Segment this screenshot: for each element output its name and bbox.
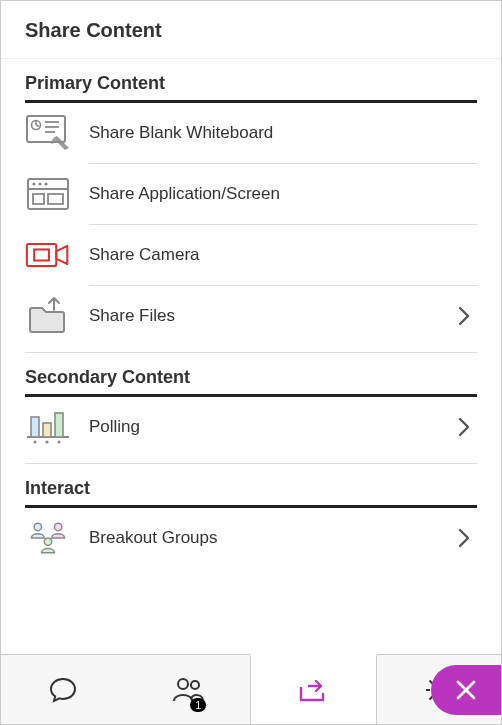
close-icon <box>454 678 478 702</box>
item-share-application[interactable]: Share Application/Screen <box>25 164 477 224</box>
panel-header: Share Content <box>1 1 501 58</box>
item-polling[interactable]: Polling <box>25 397 477 457</box>
svg-rect-13 <box>34 249 49 260</box>
svg-point-19 <box>45 440 48 443</box>
whiteboard-icon <box>25 115 71 151</box>
item-label: Share Files <box>89 306 439 326</box>
panel-title: Share Content <box>25 19 162 41</box>
item-share-camera[interactable]: Share Camera <box>25 225 477 285</box>
attendee-count-badge: 1 <box>190 698 206 712</box>
primary-list: Share Blank Whiteboard <box>25 103 477 346</box>
chat-icon <box>47 674 79 706</box>
item-share-files[interactable]: Share Files <box>25 286 477 346</box>
panel-content: Primary Content <box>1 58 501 654</box>
chevron-right-icon <box>457 527 477 549</box>
item-label: Breakout Groups <box>89 528 439 548</box>
section-secondary-title: Secondary Content <box>25 367 477 397</box>
section-secondary: Secondary Content Pol <box>1 353 501 464</box>
item-label: Share Camera <box>89 245 477 265</box>
svg-point-22 <box>54 523 61 530</box>
section-primary-title: Primary Content <box>25 73 477 103</box>
close-panel-button[interactable] <box>431 665 501 715</box>
files-icon <box>25 298 71 334</box>
svg-point-18 <box>33 440 36 443</box>
tab-attendees[interactable]: 1 <box>126 655 251 724</box>
polling-icon <box>25 409 71 445</box>
item-label: Share Application/Screen <box>89 184 477 204</box>
svg-rect-17 <box>55 413 63 437</box>
item-breakout-groups[interactable]: Breakout Groups <box>25 508 477 568</box>
breakout-groups-icon <box>25 520 71 556</box>
svg-point-21 <box>34 523 41 530</box>
share-content-panel: Share Content Primary Content <box>0 0 502 725</box>
svg-point-9 <box>44 182 47 185</box>
svg-rect-15 <box>31 417 39 437</box>
bottom-bar: 1 <box>1 654 501 724</box>
chevron-right-icon <box>457 416 477 438</box>
item-label: Polling <box>89 417 439 437</box>
application-icon <box>25 176 71 212</box>
section-interact-title: Interact <box>25 478 477 508</box>
svg-rect-10 <box>33 194 44 204</box>
secondary-list: Polling <box>25 397 477 457</box>
tab-share-content[interactable] <box>250 654 377 724</box>
svg-rect-12 <box>27 244 56 266</box>
svg-point-7 <box>32 182 35 185</box>
svg-point-24 <box>178 679 188 689</box>
share-icon <box>297 676 329 704</box>
tab-chat[interactable] <box>1 655 126 724</box>
item-share-whiteboard[interactable]: Share Blank Whiteboard <box>25 103 477 163</box>
chevron-right-icon <box>457 305 477 327</box>
section-primary: Primary Content <box>1 59 501 353</box>
item-label: Share Blank Whiteboard <box>89 123 477 143</box>
section-interact: Interact <box>1 464 501 568</box>
svg-point-20 <box>57 440 60 443</box>
svg-point-25 <box>191 681 199 689</box>
svg-rect-16 <box>43 423 51 437</box>
camera-icon <box>25 237 71 273</box>
svg-point-8 <box>38 182 41 185</box>
interact-list: Breakout Groups <box>25 508 477 568</box>
svg-point-23 <box>44 538 51 545</box>
svg-rect-11 <box>48 194 63 204</box>
